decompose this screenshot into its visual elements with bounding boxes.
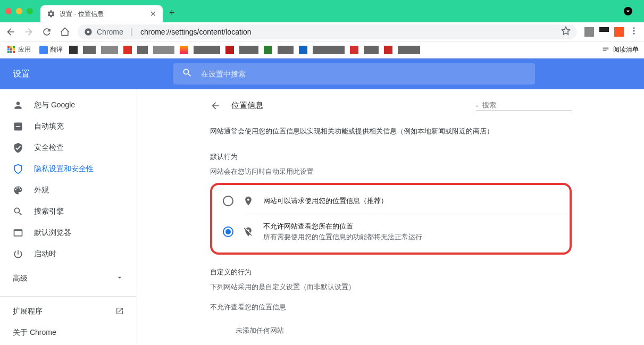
bookmark-item[interactable] <box>364 46 379 54</box>
radio-button[interactable] <box>223 226 233 237</box>
option-label: 不允许网站查看您所在的位置 <box>263 222 422 231</box>
browser-toolbar: Chrome | chrome://settings/content/locat… <box>0 22 644 41</box>
bookmark-item[interactable] <box>225 46 234 54</box>
bookmark-item[interactable] <box>299 46 307 54</box>
extension-icon[interactable] <box>614 27 624 37</box>
bookmark-item[interactable] <box>101 46 118 54</box>
browser-icon <box>13 228 23 238</box>
traffic-lights <box>5 8 33 14</box>
default-behavior-subtitle: 网站会在您访问时自动采用此设置 <box>210 167 572 176</box>
translate-icon <box>39 46 48 54</box>
reading-list-icon <box>601 45 610 55</box>
location-option-ask[interactable]: 网站可以请求使用您的位置信息（推荐） <box>212 188 570 214</box>
close-tab-button[interactable]: ✕ <box>150 10 156 18</box>
sidebar-item-default-browser[interactable]: 默认浏览器 <box>0 222 137 243</box>
sidebar-about-chrome[interactable]: 关于 Chrome <box>0 322 137 343</box>
sidebar-advanced-toggle[interactable]: 高级 <box>0 265 137 292</box>
page-title: 位置信息 <box>231 100 263 111</box>
svg-point-2 <box>633 27 635 29</box>
search-icon <box>476 100 478 110</box>
bookmark-item[interactable] <box>313 46 345 54</box>
back-button[interactable] <box>5 27 16 37</box>
palette-icon <box>13 185 23 196</box>
settings-content: 位置信息 网站通常会使用您的位置信息以实现相关功能或提供相关信息（例如本地新闻或… <box>137 89 644 345</box>
svg-point-1 <box>87 30 90 33</box>
maximize-window-button[interactable] <box>27 8 33 14</box>
bookmark-item[interactable] <box>384 46 392 54</box>
extension-icon[interactable] <box>599 27 609 37</box>
page-search-box[interactable] <box>476 100 572 111</box>
option-sublabel: 所有需要使用您的位置信息的功能都将无法正常运行 <box>263 232 422 242</box>
location-pin-icon <box>243 196 254 206</box>
power-icon <box>13 249 23 259</box>
bookmark-star-icon[interactable] <box>561 26 571 38</box>
browser-menu-button[interactable] <box>629 26 639 38</box>
no-sites-added: 未添加任何网站 <box>210 318 572 335</box>
sidebar-item-you-and-google[interactable]: 您与 Google <box>0 95 137 116</box>
bookmark-item[interactable] <box>180 46 188 54</box>
apps-shortcut[interactable]: 应用 <box>5 44 33 55</box>
back-arrow-button[interactable] <box>210 100 221 111</box>
sidebar-item-label: 启动时 <box>34 249 56 259</box>
chevron-down-icon <box>115 273 124 283</box>
reload-button[interactable] <box>41 27 52 37</box>
location-option-block[interactable]: 不允许网站查看您所在的位置 所有需要使用您的位置信息的功能都将无法正常运行 <box>212 214 570 249</box>
tab-title: 设置 - 位置信息 <box>60 10 104 19</box>
new-tab-button[interactable]: + <box>169 7 175 19</box>
bookmark-item[interactable] <box>153 46 174 54</box>
forward-button[interactable] <box>23 27 34 37</box>
sidebar-item-safety-check[interactable]: 安全检查 <box>0 137 137 158</box>
highlight-annotation-box: 网站可以请求使用您的位置信息（推荐） 不允许网站查看您所在的位置 所有需要使用您… <box>210 183 572 255</box>
sidebar-item-label: 您与 Google <box>34 100 75 110</box>
settings-header: 设置 <box>0 58 644 89</box>
sidebar-item-on-startup[interactable]: 启动时 <box>0 243 137 265</box>
bookmark-item[interactable] <box>123 46 132 54</box>
sidebar-item-label: 安全检查 <box>34 143 64 153</box>
option-label: 网站可以请求使用您的位置信息（推荐） <box>263 196 388 206</box>
settings-search-box[interactable] <box>173 63 535 85</box>
home-button[interactable] <box>60 27 70 37</box>
settings-title: 设置 <box>0 69 173 80</box>
site-info-icon[interactable] <box>84 28 93 36</box>
sidebar-item-label: 外观 <box>34 186 49 195</box>
radio-button[interactable] <box>223 196 233 206</box>
person-icon <box>13 100 23 111</box>
bookmark-item[interactable] <box>194 46 220 54</box>
settings-search-input[interactable] <box>201 70 526 78</box>
sidebar-item-privacy-security[interactable]: 隐私设置和安全性 <box>0 158 137 180</box>
reading-list-button[interactable]: 阅读清单 <box>601 45 639 55</box>
bookmark-item[interactable] <box>264 46 272 54</box>
translate-shortcut[interactable]: 翻译 <box>37 44 65 55</box>
sidebar-extensions-link[interactable]: 扩展程序 <box>0 301 137 322</box>
address-bar[interactable]: Chrome | chrome://settings/content/locat… <box>78 24 577 39</box>
bookmark-item[interactable] <box>83 46 96 54</box>
bookmark-item[interactable] <box>398 46 420 54</box>
blocked-list-title: 不允许查看您的位置信息 <box>210 302 572 312</box>
profile-caret-icon[interactable] <box>624 7 632 15</box>
bookmark-item[interactable] <box>69 46 78 54</box>
sidebar-item-search-engine[interactable]: 搜索引擎 <box>0 201 137 222</box>
bookmarks-bar: 应用 翻译 阅读清单 <box>0 41 644 58</box>
sidebar-item-appearance[interactable]: 外观 <box>0 180 137 201</box>
apps-icon <box>7 46 16 54</box>
bookmark-item[interactable] <box>350 46 358 54</box>
sidebar-item-autofill[interactable]: 自动填充 <box>0 116 137 137</box>
extension-icon[interactable] <box>584 27 594 37</box>
bookmark-item[interactable] <box>137 46 148 54</box>
custom-behavior-title: 自定义的行为 <box>210 267 572 277</box>
default-behavior-title: 默认行为 <box>210 152 572 162</box>
search-icon <box>13 206 23 217</box>
bookmark-item[interactable] <box>239 46 258 54</box>
sidebar-item-label: 搜索引擎 <box>34 207 64 216</box>
external-link-icon <box>115 307 124 317</box>
settings-sidebar: 您与 Google 自动填充 安全检查 隐私设置和安全性 外观 搜索引擎 默认浏… <box>0 89 137 345</box>
bookmark-item[interactable] <box>278 46 294 54</box>
page-description: 网站通常会使用您的位置信息以实现相关功能或提供相关信息（例如本地新闻或附近的商店… <box>210 126 572 137</box>
browser-tab[interactable]: 设置 - 位置信息 ✕ <box>40 5 163 22</box>
svg-point-3 <box>633 30 635 31</box>
close-window-button[interactable] <box>5 8 12 14</box>
address-url: chrome://settings/content/location <box>140 28 252 36</box>
gear-icon <box>47 10 55 18</box>
minimize-window-button[interactable] <box>16 8 22 14</box>
page-search-input[interactable] <box>482 101 572 109</box>
